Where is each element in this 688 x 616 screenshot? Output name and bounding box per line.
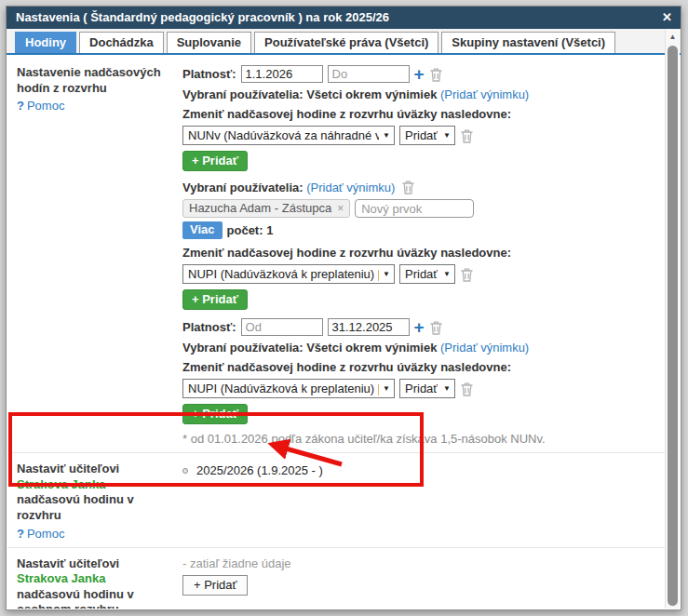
validity-label: Platnosť:	[182, 67, 236, 81]
help-link[interactable]: ?Pomoc	[17, 99, 173, 113]
law-footnote: * od 01.01.2026 podľa zákona učiteľ/ka z…	[182, 432, 655, 446]
change-overtime-label: Zmeniť nadčasovej hodine z rozvrhu úväzk…	[182, 359, 655, 375]
overtime-type-select[interactable]: NUPI (Nadúväzková k preplateniu) [Hodiny…	[182, 264, 395, 284]
section-overtime-from-timetable: Nastavenie nadčasových hodín z rozvrhu ?…	[7, 57, 665, 453]
tab-dochadzka[interactable]: Dochádzka	[79, 32, 164, 53]
trash-icon[interactable]	[401, 180, 415, 194]
chevron-down-icon: ▼	[443, 384, 451, 393]
count-value: 1	[266, 223, 273, 237]
overtime-type-select[interactable]: NUPI (Nadúväzková k preplateniu) [Hodiny…	[182, 379, 395, 398]
add-button[interactable]: + Pridať	[182, 289, 248, 310]
section-heading: Nastavenie nadčasových hodín z rozvrhu	[17, 65, 173, 96]
trash-icon[interactable]	[460, 128, 474, 143]
settings-dialog: Nastavenia ( Štandardný pedagogický prac…	[6, 6, 681, 610]
section-heading-2: nadčasovú hodinu v osobnom rozvhru	[17, 587, 173, 609]
dialog-title: Nastavenia ( Štandardný pedagogický prac…	[16, 10, 389, 24]
section-heading: Nastaviť učiteľovi	[17, 462, 173, 477]
teacher-name: Strakova Janka	[17, 571, 173, 587]
school-year-item: 2025/2026 (1.9.2025 - )	[196, 463, 323, 477]
tab-bar: Hodiny Dochádzka Suplovanie Používateľsk…	[7, 29, 681, 55]
year-bullet-icon	[182, 468, 188, 474]
validity-from-input[interactable]	[241, 318, 323, 336]
add-period-icon[interactable]: +	[414, 68, 425, 81]
all-except-value: Všetci okrem výnimiek	[306, 341, 437, 355]
overtime-action-select[interactable]: Pridať ▼	[399, 264, 455, 284]
tab-pouzivatelske-prava[interactable]: Používateľské práva (Všetci)	[254, 32, 438, 53]
change-overtime-label: Zmeniť nadčasovej hodine z rozvrhu úväzk…	[182, 245, 655, 261]
section-heading: Nastaviť učiteľovi	[17, 556, 173, 572]
section-teacher-overtime-personal: Nastaviť učiteľovi Strakova Janka nadčas…	[7, 548, 665, 609]
dialog-titlebar: Nastavenia ( Štandardný pedagogický prac…	[7, 7, 681, 29]
trash-icon[interactable]	[429, 67, 443, 82]
add-exception-link[interactable]: (Pridať výnimku)	[440, 341, 529, 355]
all-except-value: Všetci okrem výnimiek	[306, 87, 437, 101]
section-teacher-overtime-timetable: Nastaviť učiteľovi Strakova Janka nadčas…	[7, 453, 665, 548]
vertical-scrollbar: ▲	[665, 30, 680, 609]
tab-skupiny-nastaveni[interactable]: Skupiny nastavení (Všetci)	[441, 32, 615, 53]
user-chip: Hazucha Adam - Zástupca ×	[182, 199, 350, 218]
add-exception-link[interactable]: (Pridať výnimku)	[306, 181, 395, 194]
help-icon: ?	[17, 99, 24, 113]
trash-icon[interactable]	[460, 267, 474, 282]
selected-users-label: Vybraní používatelia:	[182, 181, 304, 194]
chevron-down-icon: ▼	[443, 270, 451, 278]
tab-hodiny[interactable]: Hodiny	[15, 32, 76, 53]
chevron-down-icon: ▼	[383, 131, 390, 140]
overtime-type-select[interactable]: NUNv (Nadúväzková za náhradné voľno) [I …	[182, 126, 395, 145]
chevron-down-icon: ▼	[383, 384, 390, 393]
chip-remove-icon[interactable]: ×	[337, 202, 344, 215]
change-overtime-label: Zmeniť nadčasovej hodine z rozvrhu úväzk…	[182, 106, 655, 122]
chevron-down-icon: ▼	[443, 131, 451, 140]
overtime-action-select[interactable]: Pridať ▼	[399, 379, 455, 398]
no-data-text: - zatiaľ žiadne údaje	[182, 556, 655, 570]
selected-users-label: Vybraní používatelia:	[182, 341, 304, 355]
selected-users-label: Vybraní používatelia:	[182, 87, 304, 101]
close-icon[interactable]: ✕	[662, 7, 672, 29]
teacher-name: Strakova Janka	[17, 477, 173, 493]
add-button[interactable]: + Pridať	[182, 151, 248, 171]
help-link[interactable]: ?Pomoc	[17, 527, 173, 541]
trash-icon[interactable]	[429, 320, 443, 335]
overtime-action-select[interactable]: Pridať ▼	[399, 126, 455, 145]
add-period-icon[interactable]: +	[414, 321, 425, 334]
count-label: počet:	[227, 223, 263, 237]
dialog-content: Nastavenie nadčasových hodín z rozvrhu ?…	[7, 57, 665, 609]
chevron-down-icon: ▼	[383, 270, 390, 278]
scroll-up-icon[interactable]: ▲	[666, 30, 680, 44]
section-heading-2: nadčasovú hodinu v rozvhru	[17, 492, 173, 523]
scrollbar-thumb[interactable]	[668, 46, 678, 606]
more-button[interactable]: Viac	[182, 221, 223, 239]
add-button[interactable]: + Pridať	[182, 404, 248, 424]
validity-to-input[interactable]	[328, 318, 410, 336]
validity-label: Platnosť:	[182, 320, 236, 334]
new-item-input[interactable]	[355, 199, 474, 218]
add-personal-overtime-button[interactable]: + Pridať	[182, 575, 248, 596]
add-exception-link[interactable]: (Pridať výnimku)	[440, 87, 529, 101]
validity-to-input[interactable]	[328, 65, 410, 83]
validity-from-input[interactable]	[241, 65, 323, 83]
help-icon: ?	[17, 527, 24, 541]
tab-suplovanie[interactable]: Suplovanie	[167, 32, 251, 53]
trash-icon[interactable]	[460, 382, 474, 396]
